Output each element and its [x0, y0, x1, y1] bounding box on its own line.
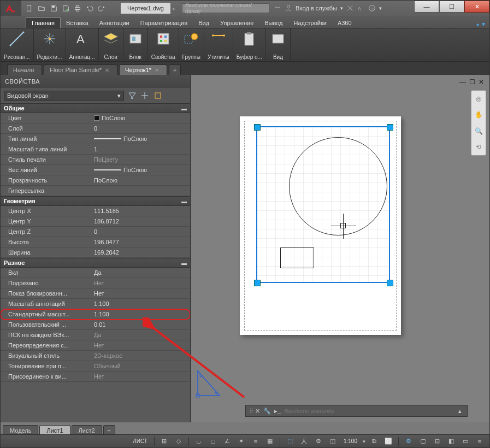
property-value[interactable]: 186.8712: [91, 218, 190, 225]
title-dropdown-icon[interactable]: ▸: [173, 5, 175, 11]
cmdline-config-icon[interactable]: 🔧: [263, 408, 271, 415]
command-input[interactable]: [284, 408, 455, 414]
status-annoscale-icon[interactable]: 人: [299, 437, 310, 446]
property-value[interactable]: Нет: [91, 280, 190, 286]
ribbon-tab-parametric[interactable]: Параметризация: [135, 18, 193, 28]
property-row[interactable]: ПодрезаноНет: [1, 278, 190, 288]
property-value[interactable]: 0: [91, 228, 190, 235]
grip-handle[interactable]: [387, 124, 393, 131]
property-value[interactable]: Да: [91, 269, 190, 276]
redo-icon[interactable]: [97, 3, 107, 13]
category-geometry[interactable]: Геометрия▬: [1, 196, 190, 206]
property-value[interactable]: ПоСлою: [91, 177, 190, 184]
property-row[interactable]: Центр X111.5185: [1, 206, 190, 216]
property-value[interactable]: Обычный: [91, 363, 190, 369]
property-row[interactable]: ПСК на каждом ВЭк...Да: [1, 330, 190, 340]
property-row[interactable]: Показ блокированн...Нет: [1, 288, 190, 299]
property-value[interactable]: 1:100: [91, 300, 190, 307]
status-lineweight-icon[interactable]: ≡: [250, 437, 261, 446]
viewport-minimize-icon[interactable]: —: [459, 78, 466, 86]
viewport-maximize-icon[interactable]: ☐: [469, 78, 475, 86]
status-vpmax-icon[interactable]: ⧉: [369, 437, 380, 446]
viewport-close-icon[interactable]: ✕: [479, 78, 484, 86]
save-icon[interactable]: [49, 3, 58, 13]
status-isolate-icon[interactable]: ◧: [446, 437, 457, 446]
status-hardware-icon[interactable]: ⊡: [432, 437, 442, 446]
viewport[interactable]: [256, 126, 390, 283]
search-input[interactable]: Введите ключевое слово/фразу: [182, 3, 269, 13]
signin-label[interactable]: Вход в службы: [296, 5, 337, 11]
nav-pan-icon[interactable]: ✋: [475, 111, 483, 119]
window-minimize-button[interactable]: —: [414, 1, 439, 13]
property-row[interactable]: Масштаб аннотаций1:100: [1, 299, 190, 309]
nav-wheel-icon[interactable]: ◎: [476, 95, 481, 103]
status-dyn-icon[interactable]: ✦: [236, 437, 247, 446]
status-workspace-icon[interactable]: ⚙: [403, 437, 414, 446]
exchange-icon[interactable]: [346, 4, 354, 12]
ribbon-panel-draw[interactable]: Рисован...: [1, 28, 34, 61]
status-selection-icon[interactable]: ⬚: [285, 437, 296, 446]
close-icon[interactable]: ✕: [105, 67, 109, 73]
property-value[interactable]: 0.01: [91, 321, 190, 328]
ribbon-tab-a360[interactable]: A360: [332, 18, 357, 28]
property-row[interactable]: Стиль печатиПоЦвету: [1, 155, 190, 165]
infocenter-icon[interactable]: [274, 4, 281, 12]
doc-tab-start[interactable]: Начало: [7, 64, 42, 75]
a360-icon[interactable]: A: [357, 4, 365, 12]
ribbon-panel-clipboard[interactable]: Буфер о...: [233, 28, 266, 61]
category-misc[interactable]: Разное▬: [1, 258, 190, 268]
status-vplock-icon[interactable]: ⬜: [383, 437, 394, 446]
ribbon-tab-addins[interactable]: Надстройки: [288, 18, 332, 28]
property-value[interactable]: Нет: [91, 342, 190, 349]
status-grid-icon[interactable]: ⊞: [159, 437, 170, 446]
category-general[interactable]: Общие▬: [1, 103, 190, 113]
status-clean-icon[interactable]: ▭: [460, 437, 471, 446]
doc-tab-floorplan[interactable]: Floor Plan Sample*✕: [44, 64, 117, 75]
grip-handle[interactable]: [254, 124, 261, 131]
ribbon-tab-home[interactable]: Главная: [26, 17, 61, 28]
ribbon-panel-view[interactable]: Вид: [266, 28, 291, 61]
status-transparency-icon[interactable]: ▦: [264, 437, 275, 446]
ribbon-collapse-icon[interactable]: ▾: [482, 20, 485, 28]
property-value[interactable]: 111.5185: [91, 208, 190, 214]
user-icon[interactable]: [285, 4, 292, 12]
ribbon-panel-properties[interactable]: Свойства: [148, 28, 179, 61]
property-value[interactable]: Нет: [91, 373, 190, 380]
property-value[interactable]: Нет: [91, 290, 190, 297]
ribbon-panel-modify[interactable]: Редакти...: [34, 28, 66, 61]
new-icon[interactable]: [25, 3, 34, 13]
ribbon-panel-layers[interactable]: Слои: [99, 28, 123, 61]
ribbon-panel-block[interactable]: Блок: [123, 28, 148, 61]
ribbon-tab-output[interactable]: Вывод: [259, 18, 288, 28]
object-type-selector[interactable]: Видовой экран▾: [4, 91, 124, 101]
property-row[interactable]: ПрозрачностьПоСлою: [1, 175, 190, 186]
status-otrack-icon[interactable]: ∠: [222, 437, 233, 446]
select-objects-icon[interactable]: [139, 90, 150, 101]
help-icon[interactable]: ?: [368, 4, 376, 12]
cmdline-close-icon[interactable]: ✕: [255, 408, 260, 415]
nav-orbit-icon[interactable]: ⟲: [476, 143, 481, 151]
grip-handle[interactable]: [254, 280, 261, 286]
toggle-pick-icon[interactable]: [152, 90, 163, 101]
command-line[interactable]: ⠿ ✕ 🔧 ▸_ ▴: [245, 405, 468, 417]
drawing-canvas[interactable]: — ☐ ✕ ◎ ✋ 🔍 ⟲: [191, 75, 489, 422]
property-row[interactable]: Переопределения с...Нет: [1, 340, 190, 351]
property-row[interactable]: ЦветПоСлою: [1, 113, 190, 123]
cmdline-grip-icon[interactable]: ⠿: [249, 408, 252, 415]
property-row[interactable]: Тонирование при п...Обычный: [1, 361, 190, 372]
property-row[interactable]: Центр Y186.8712: [1, 216, 190, 227]
ribbon-tab-annotate[interactable]: Аннотации: [94, 18, 135, 28]
property-row[interactable]: Вес линийПоСлою: [1, 165, 190, 175]
property-value[interactable]: Да: [91, 332, 190, 338]
property-row[interactable]: Центр Z0: [1, 227, 190, 237]
property-row[interactable]: Визуальный стиль2D-каркас: [1, 351, 190, 361]
print-icon[interactable]: [73, 3, 82, 13]
property-value[interactable]: ПоСлою: [91, 135, 190, 142]
ribbon-extra-icon[interactable]: ⬥: [476, 20, 480, 28]
property-row[interactable]: Слой0: [1, 123, 190, 134]
grip-handle[interactable]: [387, 280, 393, 286]
property-value[interactable]: ПоСлою: [91, 115, 190, 121]
ribbon-tab-manage[interactable]: Управление: [215, 18, 259, 28]
status-polar-icon[interactable]: ◡: [193, 437, 204, 446]
property-row[interactable]: Присоединено к ви...Нет: [1, 372, 190, 382]
